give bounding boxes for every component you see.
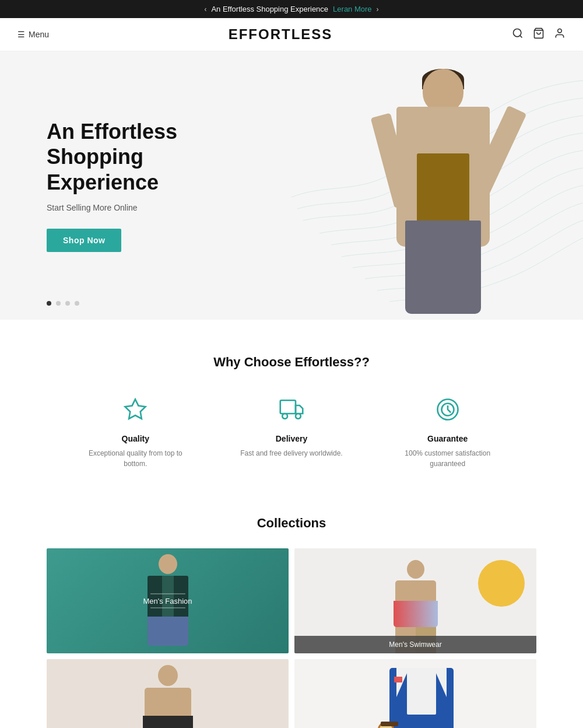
svg-point-7 xyxy=(296,414,301,419)
delivery-icon xyxy=(275,393,308,426)
collections-title: Collections xyxy=(47,516,536,531)
carousel-dot-1[interactable] xyxy=(47,301,51,306)
header-icons xyxy=(512,27,566,42)
collections-section: Collections Men's Fashion xyxy=(0,492,583,728)
quality-desc: Exceptional quality from top to bottom. xyxy=(77,448,194,469)
why-choose-title: Why Choose Effortless?? xyxy=(23,355,560,370)
svg-point-3 xyxy=(558,29,562,33)
header: ☰ Menu EFFORTLESS xyxy=(0,18,583,51)
announcement-prev-arrow[interactable]: ‹ xyxy=(204,5,206,13)
collection-center-label-fashion: Men's Fashion xyxy=(143,592,192,611)
hero-model-figure xyxy=(350,63,536,320)
collection-mens-fashion[interactable]: Men's Fashion xyxy=(47,548,289,653)
shop-now-button[interactable]: Shop Now xyxy=(47,229,121,252)
svg-marker-4 xyxy=(125,400,146,419)
search-icon[interactable] xyxy=(512,27,524,42)
features-grid: Quality Exceptional quality from top to … xyxy=(23,393,560,469)
announcement-text: An Effortless Shopping Experience xyxy=(211,5,328,13)
account-icon[interactable] xyxy=(554,27,566,42)
feature-guarantee: Guarantee 100% customer satisfaction gua… xyxy=(389,393,506,469)
announcement-bar: ‹ An Effortless Shopping Experience Lera… xyxy=(0,0,583,18)
guarantee-desc: 100% customer satisfaction guaranteed xyxy=(389,448,506,469)
hamburger-icon: ☰ xyxy=(17,30,25,39)
delivery-desc: Fast and free delivery worldwide. xyxy=(240,448,342,459)
svg-point-6 xyxy=(282,414,287,419)
svg-rect-5 xyxy=(280,400,296,414)
carousel-dot-2[interactable] xyxy=(56,301,61,306)
collection-mens-swimwear[interactable]: Men's Swimwear xyxy=(294,548,536,653)
collection-label-swimwear: Men's Swimwear xyxy=(294,636,536,653)
model-pants xyxy=(405,220,481,314)
hero-image-area xyxy=(233,51,583,320)
menu-label: Menu xyxy=(29,30,49,39)
why-choose-section: Why Choose Effortless?? Quality Exceptio… xyxy=(0,320,583,492)
announcement-learn-more[interactable]: Leran More xyxy=(333,5,371,13)
carousel-dot-4[interactable] xyxy=(75,301,79,306)
collection-mens-underwear[interactable]: Men's Underwear xyxy=(47,659,289,728)
hero-title: An Effortless Shopping Experience xyxy=(47,119,198,195)
carousel-dots xyxy=(47,301,79,306)
logo[interactable]: EFFORTLESS xyxy=(229,26,333,43)
cart-icon[interactable] xyxy=(533,27,545,42)
hero-content: An Effortless Shopping Experience Start … xyxy=(0,84,245,287)
collections-grid: Men's Fashion Men's Swi xyxy=(47,548,536,728)
hero-section: An Effortless Shopping Experience Start … xyxy=(0,51,583,320)
svg-point-0 xyxy=(513,29,521,36)
svg-line-1 xyxy=(520,35,522,37)
model-head xyxy=(423,69,463,113)
menu-button[interactable]: ☰ Menu xyxy=(17,30,49,39)
guarantee-icon xyxy=(431,393,464,426)
star-icon xyxy=(119,393,152,426)
hero-subtitle: Start Selling More Online xyxy=(47,203,198,212)
quality-title: Quality xyxy=(77,434,194,443)
delivery-title: Delivery xyxy=(240,434,342,443)
collection-mens-accessories[interactable]: Men's Accessories xyxy=(294,659,536,728)
announcement-next-arrow[interactable]: › xyxy=(377,5,379,13)
feature-quality: Quality Exceptional quality from top to … xyxy=(77,393,194,469)
feature-delivery: Delivery Fast and free delivery worldwid… xyxy=(240,393,342,469)
carousel-dot-3[interactable] xyxy=(65,301,70,306)
guarantee-title: Guarantee xyxy=(389,434,506,443)
